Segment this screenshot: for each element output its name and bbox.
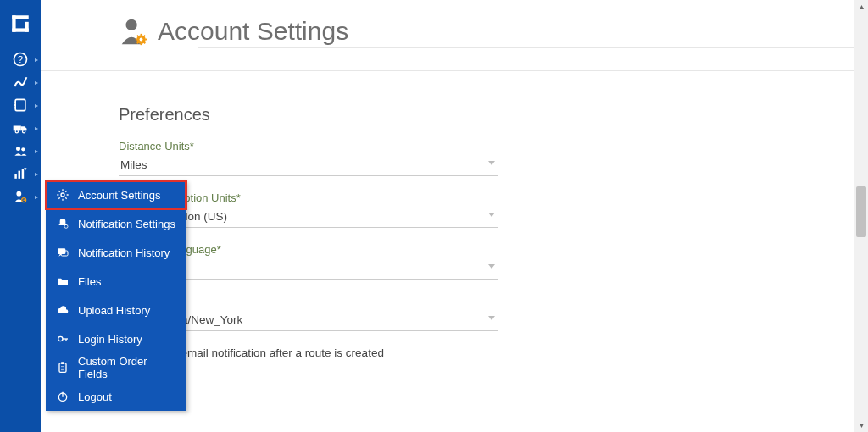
chevron-right-icon: ▸ [35,55,38,63]
truck-icon [12,119,29,136]
svg-point-13 [16,147,20,151]
nav-help[interactable]: ? ▸ [0,47,41,70]
chevron-right-icon: ▸ [35,101,38,108]
svg-rect-16 [19,170,21,178]
chevron-right-icon: ▸ [35,124,38,131]
submenu-files[interactable]: Files [46,267,186,296]
submenu-account-settings[interactable]: Account Settings [46,180,186,209]
svg-rect-29 [61,362,64,364]
team-icon [12,142,29,159]
submenu-login-history[interactable]: Login History [46,324,186,353]
clipboard-icon [56,361,70,374]
submenu-label: Custom Order Fields [78,355,176,380]
submenu-label: Logout [78,390,112,403]
addressbook-icon [12,97,29,114]
analytics-icon [12,165,29,182]
submenu-label: Account Settings [78,189,161,202]
cloud-icon [56,303,70,317]
account-gear-icon [12,188,29,205]
app-logo[interactable] [0,0,41,47]
chevron-right-icon: ▸ [35,147,38,154]
bell-gear-icon [56,217,70,230]
chevron-right-icon: ▸ [35,78,38,86]
nav-team[interactable]: ▸ [0,139,41,162]
nav-drivers[interactable]: ▸ [0,116,41,139]
chevron-down-icon [488,161,495,165]
nav-analytics[interactable]: ▸ [0,162,41,185]
scrollbar-thumb[interactable] [856,186,866,237]
key-icon [56,332,70,346]
svg-point-20 [23,199,25,201]
gear-icon [56,188,70,202]
submenu-upload-history[interactable]: Upload History [46,296,186,324]
svg-point-25 [58,336,63,341]
svg-point-37 [140,38,143,42]
svg-rect-3 [25,22,28,32]
account-settings-header-icon [117,15,149,47]
svg-line-43 [144,42,145,43]
svg-point-11 [15,130,18,132]
title-divider [198,47,854,48]
svg-point-21 [61,193,64,197]
submenu-custom-order-fields[interactable]: Custom Order Fields [46,353,186,382]
section-title: Preferences [119,105,854,125]
submenu-logout[interactable]: Logout [46,382,186,411]
help-icon: ? [12,51,29,68]
chevron-down-icon [488,264,495,269]
submenu-label: Upload History [78,304,150,317]
power-icon [56,390,70,403]
submenu-label: Notification History [78,246,170,259]
chevron-down-icon [488,316,495,320]
svg-rect-6 [15,99,25,110]
page-title: Account Settings [158,17,348,46]
submenu-notification-settings[interactable]: Notification Settings [46,209,186,238]
logo-icon [9,13,31,35]
scrollbar-down-icon[interactable]: ▾ [854,418,868,432]
account-submenu: Account Settings Notification Settings N… [46,180,186,411]
svg-line-44 [144,36,145,36]
submenu-label: Files [78,275,101,288]
nav-account[interactable]: ▸ [0,185,41,208]
field-label: Distance Units* [119,140,498,152]
svg-line-42 [137,36,138,36]
chevron-down-icon [488,213,495,217]
submenu-label: Notification Settings [78,218,175,230]
distance-units-select[interactable]: Miles [119,154,498,176]
scrollbar-track[interactable]: ▴ ▾ [854,0,868,432]
svg-point-18 [16,191,21,196]
select-value: Miles [120,158,147,171]
svg-line-45 [137,42,138,43]
nav-addresses[interactable]: ▸ [0,93,41,116]
field-distance-units: Distance Units* Miles [119,140,498,176]
svg-rect-17 [22,169,25,179]
page-header: Account Settings [41,0,854,71]
routes-icon [12,74,29,91]
chevron-right-icon: ▸ [35,169,38,177]
submenu-notification-history[interactable]: Notification History [46,238,186,267]
scrollbar-up-icon[interactable]: ▴ [854,0,868,14]
svg-rect-28 [59,363,66,373]
email-notification-row: Receive email notification after a route… [119,346,854,359]
svg-point-12 [23,130,25,132]
svg-rect-15 [14,174,17,179]
chevron-right-icon: ▸ [35,192,38,200]
nav-rail: ? ▸ ▸ ▸ ▸ ▸ ▸ [0,0,41,432]
chat-icon [56,246,70,259]
svg-point-35 [125,19,136,30]
svg-text:?: ? [18,54,23,64]
submenu-label: Login History [78,333,142,346]
folder-icon [56,274,70,288]
svg-point-14 [21,147,25,151]
nav-routes[interactable]: ▸ [0,70,41,93]
